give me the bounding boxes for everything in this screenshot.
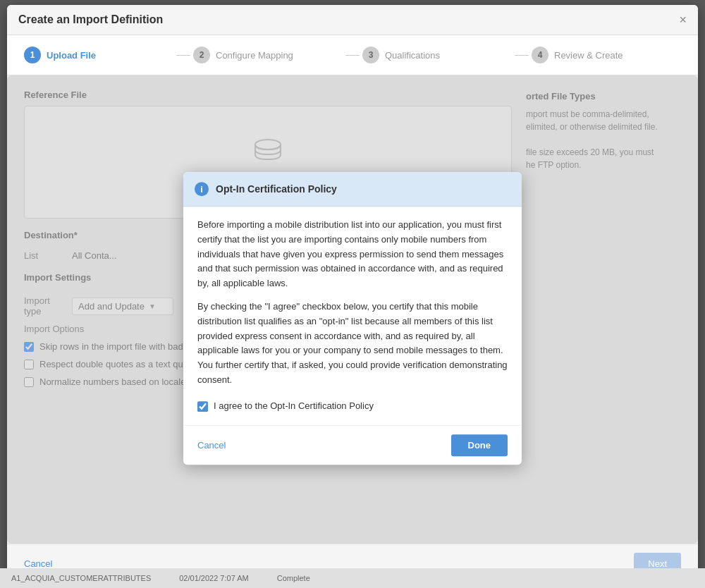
popup-dialog: i Opt-In Certification Policy Before imp… [183, 172, 522, 465]
step-4-label: Review & Create [554, 50, 623, 61]
bottom-bar: A1_ACQUIA_CUSTOMERATTRIBUTES 02/01/2022 … [0, 568, 705, 588]
popup-footer: Cancel Done [183, 425, 522, 465]
bottom-col1: A1_ACQUIA_CUSTOMERATTRIBUTES [11, 574, 151, 582]
step-1[interactable]: 1 Upload File [24, 47, 173, 63]
step-1-label: Upload File [47, 50, 96, 61]
dialog-title: Create an Import Definition [18, 13, 163, 26]
popup-title: Opt-In Certification Policy [216, 183, 337, 195]
agree-label: I agree to the Opt-In Certification Poli… [214, 399, 374, 414]
popup-header: i Opt-In Certification Policy [183, 172, 522, 207]
step-4-circle: 4 [532, 47, 548, 63]
info-icon: i [195, 182, 209, 196]
popup-body-p1: Before importing a mobile distribution l… [197, 218, 508, 291]
step-4[interactable]: 4 Review & Create [532, 47, 681, 63]
step-3-label: Qualifications [385, 50, 440, 61]
step-1-circle: 1 [24, 47, 41, 63]
step-3-circle: 3 [362, 47, 379, 63]
step-divider-2 [345, 55, 360, 56]
done-button[interactable]: Done [451, 434, 508, 456]
bottom-col3: Complete [277, 574, 310, 582]
step-divider-1 [176, 55, 190, 56]
agree-checkbox[interactable] [197, 401, 208, 412]
close-icon[interactable]: × [679, 13, 687, 26]
step-divider-3 [515, 55, 529, 56]
popup-body-p2: By checking the "I agree" checkbox below… [197, 300, 508, 388]
popup-body: Before importing a mobile distribution l… [183, 207, 522, 425]
stepper: 1 Upload File 2 Configure Mapping 3 Qual… [7, 35, 698, 75]
step-2-label: Configure Mapping [216, 50, 293, 61]
step-2[interactable]: 2 Configure Mapping [193, 47, 343, 63]
dialog-header: Create an Import Definition × [7, 5, 698, 35]
main-content: Reference File SMSO [7, 75, 698, 544]
footer-cancel-button[interactable]: Cancel [24, 558, 52, 569]
main-dialog: Create an Import Definition × 1 Upload F… [7, 5, 698, 583]
agree-row: I agree to the Opt-In Certification Poli… [197, 399, 508, 414]
popup-cancel-button[interactable]: Cancel [197, 440, 226, 451]
step-3[interactable]: 3 Qualifications [362, 47, 512, 63]
bottom-col2: 02/01/2022 7:07 AM [179, 574, 248, 582]
step-2-circle: 2 [193, 47, 210, 63]
